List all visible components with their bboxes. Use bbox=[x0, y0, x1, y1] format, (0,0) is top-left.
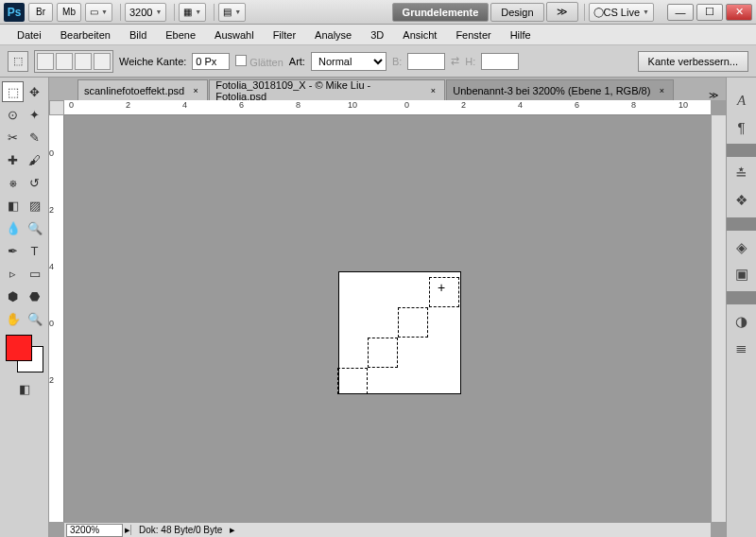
sel-add-button[interactable] bbox=[56, 53, 73, 70]
eyedropper-tool[interactable]: ✎ bbox=[24, 127, 45, 147]
history-brush-tool[interactable]: ↺ bbox=[24, 172, 45, 193]
marquee-tool[interactable]: ⬚ bbox=[2, 81, 24, 102]
cslive-button[interactable]: ◯ CS Live bbox=[589, 3, 654, 22]
sel-intersect-button[interactable] bbox=[94, 53, 111, 70]
tool-preset-icon[interactable]: ⬚ bbox=[8, 51, 28, 72]
workspace-design[interactable]: Design bbox=[490, 3, 543, 22]
channels-panel-icon[interactable]: ▣ bbox=[730, 263, 753, 286]
quickmask-toggle[interactable]: ◧ bbox=[13, 378, 35, 399]
width-label: B: bbox=[392, 56, 402, 67]
menu-3d[interactable]: 3D bbox=[361, 26, 393, 43]
screenmode-dropdown[interactable]: ▭ bbox=[85, 3, 112, 22]
bridge-button[interactable]: Br bbox=[28, 3, 53, 22]
workspace: scanlinefotoeffekt.psd× Fotolia_3018109_… bbox=[49, 78, 726, 537]
menu-bild[interactable]: Bild bbox=[120, 26, 156, 43]
close-icon[interactable]: × bbox=[427, 85, 438, 96]
menu-auswahl[interactable]: Auswahl bbox=[205, 26, 264, 43]
document-tabs: scanlinefotoeffekt.psd× Fotolia_3018109_… bbox=[49, 78, 726, 100]
eraser-tool[interactable]: ◧ bbox=[2, 195, 24, 216]
close-icon[interactable]: × bbox=[190, 85, 201, 96]
status-bar: ▸ Dok: 48 Byte/0 Byte ▸ bbox=[64, 522, 711, 537]
arrange-dropdown[interactable]: ▦ bbox=[179, 3, 206, 22]
app-logo: Ps bbox=[4, 3, 25, 22]
workspace-more[interactable]: ≫ bbox=[546, 2, 578, 22]
refine-edge-button[interactable]: Kante verbessern... bbox=[638, 51, 748, 72]
hand-tool[interactable]: ✋ bbox=[2, 308, 24, 329]
menu-bearbeiten[interactable]: Bearbeiten bbox=[51, 26, 120, 43]
type-tool[interactable]: T bbox=[24, 240, 45, 261]
doc-tab-1[interactable]: Fotolia_3018109_X - © Mike Liu - Fotolia… bbox=[209, 79, 445, 100]
menu-filter[interactable]: Filter bbox=[264, 26, 305, 43]
document-canvas[interactable]: + bbox=[338, 271, 461, 394]
lasso-tool[interactable]: ⊙ bbox=[2, 104, 24, 125]
toolbox: ⬚✥ ⊙✦ ✂✎ ✚🖌 ⎈↺ ◧▨ 💧🔍 ✒T ▹▭ ⬢⬣ ✋🔍 ◧ bbox=[0, 78, 49, 537]
heal-tool[interactable]: ✚ bbox=[2, 149, 24, 170]
layers-panel-icon[interactable]: ◈ bbox=[730, 236, 753, 259]
character-panel-icon[interactable]: A bbox=[730, 89, 753, 112]
brush-tool[interactable]: 🖌 bbox=[24, 149, 45, 170]
feather-input[interactable] bbox=[192, 53, 230, 70]
selection-marquee bbox=[398, 307, 428, 338]
ruler-origin[interactable] bbox=[49, 100, 64, 115]
selection-marquee bbox=[368, 338, 398, 368]
menu-bar: Datei Bearbeiten Bild Ebene Auswahl Filt… bbox=[0, 25, 756, 45]
style-select[interactable]: Normal bbox=[311, 52, 387, 71]
dodge-tool[interactable]: 🔍 bbox=[24, 217, 45, 238]
sel-new-button[interactable] bbox=[37, 53, 54, 70]
sel-subtract-button[interactable] bbox=[75, 53, 92, 70]
zoom-dropdown[interactable]: 3200 bbox=[125, 3, 166, 22]
shape-tool[interactable]: ▭ bbox=[24, 263, 45, 284]
menu-hilfe[interactable]: Hilfe bbox=[501, 26, 541, 43]
selection-marquee bbox=[337, 368, 368, 394]
zoom-input[interactable] bbox=[66, 524, 123, 537]
doc-tab-0[interactable]: scanlinefotoeffekt.psd× bbox=[77, 79, 208, 100]
masks-panel-icon[interactable]: ❖ bbox=[730, 189, 753, 212]
status-arrow-icon[interactable]: ▸ bbox=[230, 524, 235, 536]
antialias-label: Glätten bbox=[249, 57, 283, 68]
crosshair-cursor: + bbox=[438, 280, 445, 295]
doc-info[interactable]: Dok: 48 Byte/0 Byte bbox=[130, 525, 230, 535]
title-bar: Ps Br Mb ▭ 3200 ▦ ▤ Grundelemente Design… bbox=[0, 0, 756, 25]
crop-tool[interactable]: ✂ bbox=[2, 127, 24, 147]
pen-tool[interactable]: ✒ bbox=[2, 240, 24, 261]
paragraph-panel-icon[interactable]: ¶ bbox=[730, 115, 753, 138]
color-picker[interactable] bbox=[6, 335, 43, 372]
3d-camera-tool[interactable]: ⬣ bbox=[24, 286, 45, 306]
move-tool[interactable]: ✥ bbox=[24, 81, 45, 102]
menu-ansicht[interactable]: Ansicht bbox=[393, 26, 446, 43]
actions-panel-icon[interactable]: ≣ bbox=[730, 337, 753, 359]
minimize-button[interactable]: — bbox=[667, 4, 694, 21]
history-panel-icon[interactable]: ◑ bbox=[730, 310, 753, 333]
height-input bbox=[481, 53, 519, 70]
extras-dropdown[interactable]: ▤ bbox=[218, 3, 246, 22]
foreground-color[interactable] bbox=[6, 335, 32, 361]
canvas-area[interactable]: + bbox=[64, 115, 711, 522]
gradient-tool[interactable]: ▨ bbox=[24, 195, 45, 216]
menu-ebene[interactable]: Ebene bbox=[156, 26, 205, 43]
3d-tool[interactable]: ⬢ bbox=[2, 286, 24, 306]
path-select-tool[interactable]: ▹ bbox=[2, 263, 24, 284]
blur-tool[interactable]: 💧 bbox=[2, 217, 24, 238]
swap-wh-icon: ⇄ bbox=[451, 55, 459, 67]
tabs-overflow[interactable]: ≫ bbox=[701, 90, 726, 100]
menu-analyse[interactable]: Analyse bbox=[305, 26, 361, 43]
horizontal-ruler[interactable]: 0 2 4 6 8 10 0 2 4 6 8 10 bbox=[64, 100, 711, 115]
wand-tool[interactable]: ✦ bbox=[24, 104, 45, 125]
vertical-scrollbar[interactable] bbox=[711, 115, 726, 522]
close-icon[interactable]: × bbox=[656, 85, 667, 96]
antialias-checkbox[interactable] bbox=[235, 55, 247, 66]
maximize-button[interactable]: ☐ bbox=[696, 4, 723, 21]
canvas-wrap: 0 2 4 6 8 10 0 2 4 6 8 10 0 2 4 0 2 bbox=[49, 100, 726, 537]
zoom-tool[interactable]: 🔍 bbox=[24, 308, 45, 329]
workspace-grundelemente[interactable]: Grundelemente bbox=[392, 3, 490, 22]
close-button[interactable]: ✕ bbox=[726, 4, 752, 21]
vertical-ruler[interactable]: 0 2 4 0 2 bbox=[49, 115, 64, 522]
options-bar: ⬚ Weiche Kante: Glätten Art: Normal B: ⇄… bbox=[0, 45, 756, 78]
minibridge-button[interactable]: Mb bbox=[57, 3, 81, 22]
adjustments-panel-icon[interactable]: ≛ bbox=[730, 163, 753, 185]
menu-fenster[interactable]: Fenster bbox=[446, 26, 500, 43]
height-label: H: bbox=[465, 56, 475, 67]
menu-datei[interactable]: Datei bbox=[8, 26, 51, 43]
stamp-tool[interactable]: ⎈ bbox=[2, 172, 24, 193]
doc-tab-2[interactable]: Unbenannt-3 bei 3200% (Ebene 1, RGB/8)× bbox=[446, 79, 674, 100]
